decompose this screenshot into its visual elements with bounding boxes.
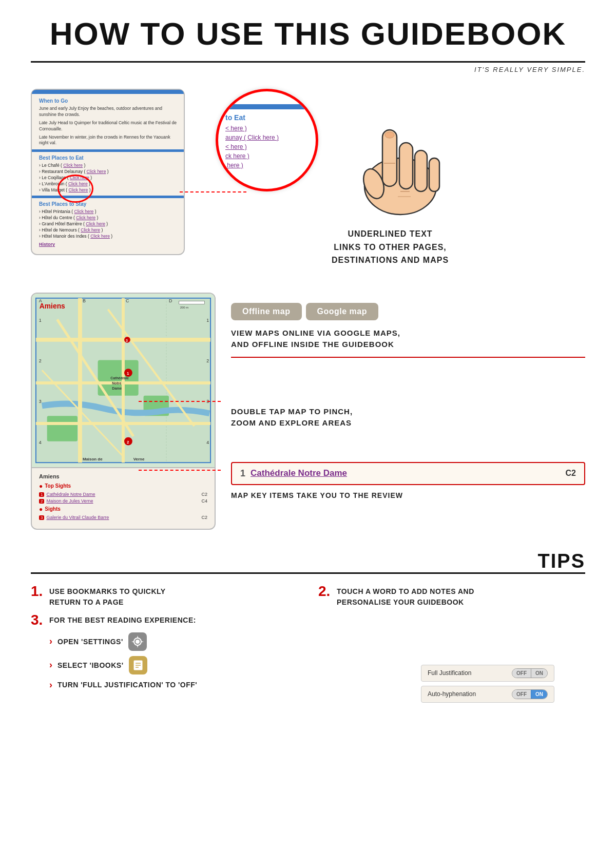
svg-rect-2	[399, 143, 413, 189]
svg-text:B: B	[83, 298, 86, 303]
toggles-area: Full Justification OFF ON Auto-hyphenati…	[421, 665, 554, 703]
best-eat-title: Best Places to Eat	[39, 155, 177, 161]
tip3-subtext-1: Open 'Settings'	[57, 638, 123, 646]
sights-label: ● Sights	[39, 506, 207, 513]
mockup-mid-bar	[32, 149, 184, 152]
svg-rect-53	[179, 301, 204, 304]
zoom-link-1[interactable]: < here )	[225, 125, 309, 132]
history-link[interactable]: History	[39, 242, 55, 247]
eat-link-1[interactable]: Click here	[63, 163, 83, 168]
settings-icon	[128, 632, 147, 651]
map-legend-item-3: 3Galerie du Vitrail Claude Barre C2	[39, 515, 207, 520]
toggle-switch-2[interactable]: OFF ON	[512, 689, 548, 699]
tip-number-3: 3.	[31, 613, 45, 627]
page-header: HOW TO USE THIS GUIDEBOOK	[0, 0, 616, 57]
map-legend-item-2: 2Maison de Jules Verne C4	[39, 498, 207, 504]
links-caption: UNDERLINED TEXTLINKS TO OTHER PAGES,DEST…	[332, 227, 449, 267]
svg-text:3: 3	[39, 399, 42, 404]
svg-point-55	[136, 640, 140, 644]
zoom-section-label: to Eat	[225, 113, 309, 122]
svg-text:1: 1	[206, 318, 209, 323]
svg-text:C: C	[126, 298, 129, 303]
svg-text:Maison de: Maison de	[83, 457, 103, 461]
tip-text-1: USE BOOKMARKS TO QUICKLYRETURN TO A PAGE	[49, 586, 166, 608]
toggle-on-2: ON	[531, 690, 547, 699]
eat-link-2[interactable]: Click here	[87, 169, 106, 174]
map-desc2-area: DOUBLE TAP MAP TO PINCH,ZOOM AND EXPLORE…	[231, 391, 585, 429]
tip-text-3: FOR THE BEST READING EXPERIENCE:	[49, 615, 196, 626]
tips-grid: 1. USE BOOKMARKS TO QUICKLYRETURN TO A P…	[31, 584, 585, 703]
tip-number-1: 1.	[31, 584, 45, 599]
tip-item-1: 1. USE BOOKMARKS TO QUICKLYRETURN TO A P…	[31, 584, 298, 608]
ibooks-icon	[129, 656, 147, 674]
offline-map-button[interactable]: Offline map	[231, 303, 302, 320]
dotted-line-1	[180, 191, 246, 192]
tips-title: TIPS	[538, 550, 585, 572]
svg-text:Dame: Dame	[112, 387, 122, 390]
header-divider	[31, 61, 585, 63]
map-key-box: 1 Cathédrale Notre Dame C2	[231, 462, 585, 485]
svg-rect-20	[47, 416, 78, 441]
map-desc-1: VIEW MAPS ONLINE VIA GOOGLE MAPS,AND OFF…	[231, 327, 585, 358]
tips-divider	[31, 572, 585, 574]
eat-item-1: › Le Chafé ( Click here )	[39, 163, 177, 168]
hand-svg	[329, 89, 462, 222]
zoom-link-2[interactable]: aunay ( Click here )	[225, 134, 309, 141]
section1-links: When to Go June and early July Enjoy the…	[0, 84, 616, 282]
map-desc-2: DOUBLE TAP MAP TO PINCH,ZOOM AND EXPLORE…	[231, 406, 585, 429]
eat-item-3: › Le Coqillage ( Click here )	[39, 175, 177, 180]
stay-item-4: › Hôtel de Nemours ( Click here )	[39, 227, 177, 233]
tips-section: TIPS 1. USE BOOKMARKS TO QUICKLYRETURN T…	[0, 540, 616, 718]
toggle-on-inactive-1: ON	[531, 669, 547, 678]
stay-link-3[interactable]: Click here	[86, 221, 105, 226]
when-to-go-text3: Late November In winter, join the crowds…	[39, 134, 177, 147]
eat-item-2: › Restaurant Delaunay ( Click here )	[39, 169, 177, 174]
mockup-top-bar	[32, 90, 184, 94]
stay-item-3: › Grand Hôtel Barrière ( Click here )	[39, 221, 177, 226]
svg-text:Verne: Verne	[133, 457, 145, 461]
map-key-link[interactable]: Cathédrale Notre Dame	[251, 468, 566, 478]
tip3-subtext-2: Select 'iBooks'	[57, 661, 124, 669]
toggle-row-1: Full Justification OFF ON	[421, 665, 554, 682]
stay-link-5[interactable]: Click here	[90, 234, 110, 239]
top-sights-label: ● Top Sights	[39, 483, 207, 490]
toggle-row-2: Auto-hyphenation OFF ON	[421, 686, 554, 703]
map-mockup: Amiens A B C D 1 2 3 4 1 2 3 4 1 2	[31, 293, 216, 530]
stay-link-4[interactable]: Click here	[81, 227, 100, 233]
svg-text:Notre: Notre	[112, 381, 121, 385]
toggle-switch-1[interactable]: OFF ON	[512, 668, 548, 678]
chevron-icon-3: ›	[49, 680, 52, 690]
page-title: HOW TO USE THIS GUIDEBOOK	[31, 15, 585, 52]
zoom-link-4[interactable]: ck here )	[225, 152, 309, 160]
map-city-label: Amiens	[39, 473, 207, 479]
zoom-link-5[interactable]: .here )	[225, 162, 309, 169]
zoom-circle: to Eat < here ) aunay ( Click here ) < h…	[216, 89, 318, 191]
svg-text:1: 1	[39, 318, 42, 323]
dotted-line-3	[139, 470, 221, 471]
map-key-desc: MAP KEY ITEMS TAKE YOU TO THE REVIEW	[231, 490, 585, 501]
map-legend-item-1: 1Cathédrale Notre Dame C2	[39, 492, 207, 497]
svg-text:Amiens: Amiens	[40, 301, 65, 310]
section1-right: to Eat < here ) aunay ( Click here ) < h…	[195, 89, 585, 267]
map-container: Amiens A B C D 1 2 3 4 1 2 3 4 1 2	[32, 294, 215, 468]
toggle-label-1: Full Justification	[428, 669, 471, 677]
stay-link-1[interactable]: Click here	[74, 209, 94, 214]
section2-maps: Amiens A B C D 1 2 3 4 1 2 3 4 1 2	[0, 282, 616, 540]
stay-item-1: › Hôtel Printania ( Click here )	[39, 209, 177, 214]
highlight-circle	[57, 175, 93, 203]
google-map-button[interactable]: Google map	[306, 303, 378, 320]
svg-text:3: 3	[126, 339, 128, 342]
map-svg: Amiens A B C D 1 2 3 4 1 2 3 4 1 2	[32, 294, 215, 467]
zoom-link-3[interactable]: < here )	[225, 143, 309, 150]
tip-item-2: 2. TOUCH A WORD TO ADD NOTES ANDPERSONAL…	[318, 584, 585, 608]
mockup-mid-bar2	[32, 196, 184, 198]
tip-number-2: 2.	[318, 584, 333, 599]
map-key-coord: C2	[566, 469, 576, 478]
stay-link-2[interactable]: Click here	[76, 215, 95, 220]
toggle-off-1: OFF	[512, 669, 531, 678]
tip-item-3: 3. FOR THE BEST READING EXPERIENCE: › Op…	[31, 613, 585, 703]
hand-illustration	[329, 89, 462, 222]
svg-text:2: 2	[206, 358, 209, 363]
tip-text-2: TOUCH A WORD TO ADD NOTES ANDPERSONALISE…	[337, 586, 474, 608]
map-buttons-row: Offline map Google map	[231, 303, 585, 320]
